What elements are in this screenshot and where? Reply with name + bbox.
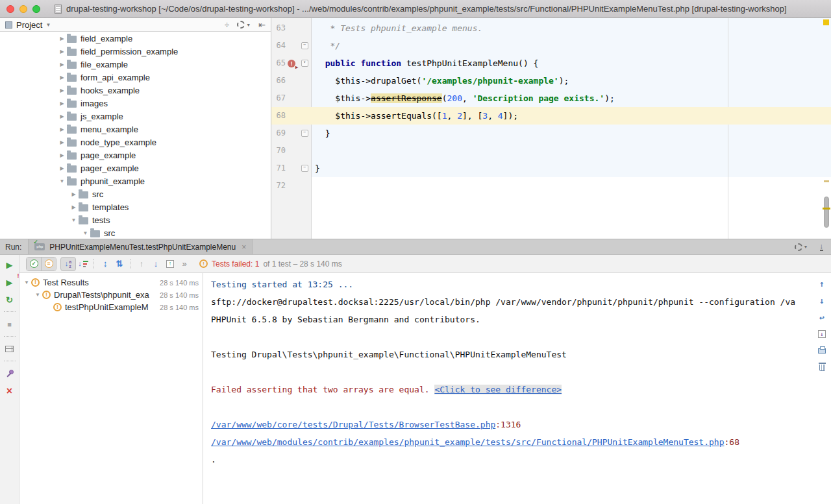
chevron-collapsed-icon[interactable]: ▶ <box>70 191 77 197</box>
down-the-stack-trace-button[interactable]: ↓ <box>816 295 828 306</box>
tree-item-label: src <box>92 189 103 199</box>
project-tree-item-hooks_example[interactable]: ▶hooks_example <box>0 84 271 97</box>
rerun-button[interactable]: ▶ <box>3 258 17 271</box>
window-close-button[interactable] <box>6 5 14 13</box>
sort-by-duration-button[interactable]: ↓ <box>76 258 90 270</box>
chevron-expanded-icon[interactable]: ▼ <box>58 178 66 184</box>
project-tree-item-js_example[interactable]: ▶js_example <box>0 110 271 123</box>
chevron-expanded-icon[interactable]: ▼ <box>23 280 30 285</box>
project-tree-item-menu_example[interactable]: ▶menu_example <box>0 123 271 136</box>
project-tree-item-file_example[interactable]: ▶file_example <box>0 58 271 71</box>
project-tree-item-field_example[interactable]: ▶field_example <box>0 32 271 45</box>
chevron-collapsed-icon[interactable]: ▶ <box>58 75 66 80</box>
console-line: sftp://docker@drupaltest.docksal:2225/us… <box>211 293 831 311</box>
project-tree-item-tests[interactable]: ▼tests <box>0 213 271 226</box>
pin-tab-button[interactable] <box>3 367 17 380</box>
chevron-expanded-icon[interactable]: ▼ <box>82 230 89 236</box>
next-occurrence-button[interactable]: ↓ <box>149 258 163 270</box>
test-tree-item-Test-Results[interactable]: ▼!Test Results28 s 140 ms <box>19 276 203 289</box>
test-tree-item-Drupal-Tests-phpunit-exa[interactable]: ▼!Drupal\Tests\phpunit_exa28 s 140 ms <box>19 289 203 301</box>
separator <box>4 361 16 361</box>
code-line-67: 67 $this->assertResponse(200, 'Descripti… <box>271 90 831 107</box>
see-difference-link[interactable]: <Click to see difference> <box>434 385 562 394</box>
chevron-expanded-icon[interactable]: ▼ <box>70 217 77 223</box>
fold-marker-icon[interactable]: − <box>301 42 308 49</box>
window-zoom-button[interactable] <box>32 5 40 13</box>
locate-file-button[interactable]: ÷ <box>225 21 229 29</box>
use-soft-wraps-button[interactable]: ↩ <box>816 312 828 322</box>
failed-test-gutter-icon[interactable]: ! <box>288 60 295 67</box>
console-file-link[interactable]: /var/www/web/core/tests/Drupal/Tests/Bro… <box>211 420 495 429</box>
test-failed-icon: ! <box>53 303 62 311</box>
error-stripe-mark[interactable] <box>824 180 829 182</box>
hide-panel-button[interactable]: ↓ <box>820 243 824 251</box>
editor-scrollbar-thumb[interactable] <box>824 197 829 228</box>
hide-panel-button[interactable]: ⇤ <box>258 21 266 29</box>
project-tree-item-pager_example[interactable]: ▶pager_example <box>0 162 271 174</box>
error-stripe-mark[interactable] <box>823 208 830 210</box>
chevron-collapsed-icon[interactable]: ▶ <box>58 139 66 145</box>
previous-occurrence-button[interactable]: ↑ <box>134 258 149 270</box>
console-file-link[interactable]: /var/www/web/modules/contrib/examples/ph… <box>211 437 725 447</box>
chevron-collapsed-icon[interactable]: ▶ <box>70 204 77 210</box>
chevron-collapsed-icon[interactable]: ▶ <box>58 101 66 106</box>
export-test-results-button[interactable]: ↑ <box>163 258 177 270</box>
chevron-collapsed-icon[interactable]: ▶ <box>58 165 66 171</box>
project-tree-item-page_example[interactable]: ▶page_example <box>0 149 271 162</box>
chevron-collapsed-icon[interactable]: ▶ <box>58 49 66 54</box>
stop-button[interactable]: ■ <box>3 318 17 331</box>
window-minimize-button[interactable] <box>19 5 27 13</box>
code-text: $this->assertResponse(200, 'Description … <box>312 90 615 107</box>
toolbar-overflow-icon[interactable]: » <box>177 258 192 270</box>
run-tab[interactable]: php PHPUnitExampleMenuTest.testPhpUnitEx… <box>28 239 253 254</box>
project-tree-item-field_permission_example[interactable]: ▶field_permission_example <box>0 45 271 58</box>
run-tab-row: Run: php PHPUnitExampleMenuTest.testPhpU… <box>0 239 831 255</box>
close-tab-icon[interactable]: × <box>242 243 246 251</box>
print-button[interactable] <box>816 346 828 356</box>
toggle-auto-test-button[interactable]: ↻ <box>3 293 17 306</box>
settings-button[interactable]: ▼ <box>237 21 251 29</box>
up-the-stack-trace-button[interactable]: ↑ <box>816 278 828 289</box>
test-tree-item-testPhpUnitExampleM[interactable]: ▼!testPhpUnitExampleM28 s 140 ms <box>19 301 203 313</box>
clear-all-button[interactable] <box>816 363 828 373</box>
console-line <box>211 363 831 381</box>
settings-button[interactable]: ▼ <box>795 243 808 251</box>
expand-all-button[interactable]: ↨ <box>98 258 112 270</box>
fold-marker-icon[interactable]: − <box>301 165 308 172</box>
sort-alphabetically-button[interactable]: ↓az <box>60 257 76 271</box>
tree-item-label: hooks_example <box>81 86 140 95</box>
show-passed-button[interactable]: ✓ <box>27 258 41 270</box>
chevron-expanded-icon[interactable]: ▼ <box>34 292 41 298</box>
project-tree-item-phpunit_example[interactable]: ▼phpunit_example <box>0 174 271 187</box>
chevron-collapsed-icon[interactable]: ▶ <box>58 126 66 132</box>
rerun-failed-tests-button[interactable]: ▶! <box>3 276 17 289</box>
console-text: . <box>211 455 216 464</box>
close-button[interactable]: × <box>3 385 17 398</box>
fold-marker-icon[interactable]: ▾ <box>301 60 308 67</box>
code-text: */ <box>312 37 340 54</box>
chevron-collapsed-icon[interactable]: ▶ <box>58 114 66 119</box>
project-tree-item-templates[interactable]: ▶templates <box>0 200 271 213</box>
chevron-collapsed-icon[interactable]: ▶ <box>58 62 66 67</box>
code-editor[interactable]: 63 * Tests phpunit_example menus.64− */6… <box>271 18 831 239</box>
inspection-indicator-icon[interactable] <box>823 19 829 25</box>
chevron-down-icon[interactable]: ▼ <box>45 22 51 28</box>
chevron-collapsed-icon[interactable]: ▶ <box>58 88 66 93</box>
editor-scrollbar[interactable] <box>822 18 831 239</box>
test-console[interactable]: Testing started at 13:25 ...sftp://docke… <box>203 273 831 504</box>
project-tree-item-src[interactable]: ▶src <box>0 187 271 200</box>
show-ignored-button[interactable]: ≡ <box>41 258 56 270</box>
chevron-collapsed-icon[interactable]: ▶ <box>58 152 66 158</box>
collapse-all-button[interactable]: ⇅ <box>112 258 127 270</box>
code-lines: 63 * Tests phpunit_example menus.64− */6… <box>271 19 831 195</box>
project-tree-item-node_type_example[interactable]: ▶node_type_example <box>0 136 271 149</box>
fold-marker-icon[interactable]: − <box>301 130 308 137</box>
restore-layout-button[interactable] <box>3 342 17 355</box>
chevron-collapsed-icon[interactable]: ▶ <box>58 36 66 42</box>
project-tree-item-images[interactable]: ▶images <box>0 97 271 110</box>
project-tree-item-form_api_example[interactable]: ▶form_api_example <box>0 71 271 84</box>
scroll-to-end-button[interactable]: ↓ <box>816 329 828 339</box>
folder-icon <box>67 114 77 121</box>
console-text: Testing started at 13:25 ... <box>211 280 353 289</box>
project-tree-item-src[interactable]: ▼src <box>0 226 271 239</box>
